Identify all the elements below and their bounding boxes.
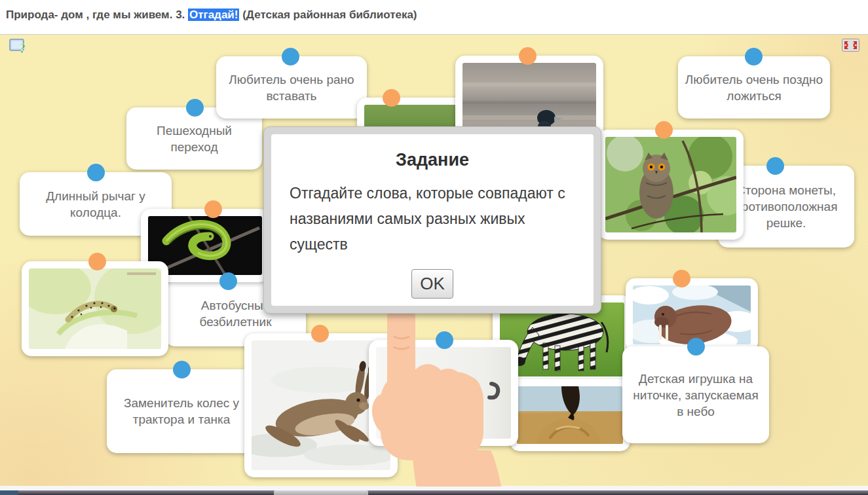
connector-dot-orange[interactable] bbox=[88, 253, 106, 270]
eagle-on-mound-photo bbox=[517, 386, 623, 444]
photo-card-caterpillar[interactable] bbox=[22, 261, 168, 356]
help-icon[interactable]: ? bbox=[9, 39, 29, 56]
connector-dot-orange[interactable] bbox=[519, 47, 537, 65]
connector-dot-blue[interactable] bbox=[766, 157, 784, 175]
dialog-text: Отгадайте слова, которые совпадают с наз… bbox=[290, 181, 575, 257]
taskbar-strip bbox=[0, 490, 868, 495]
fullscreen-icon[interactable] bbox=[842, 39, 859, 52]
taskbar-segment bbox=[274, 490, 368, 495]
clue-card-late-sleeper[interactable]: Любитель очень поздно ложиться bbox=[678, 56, 830, 119]
clue-card-early-riser[interactable]: Любитель очень рано вставать bbox=[216, 56, 367, 119]
taskbar-segment bbox=[0, 490, 18, 495]
page-header: Природа- дом , где мы живем. 3. Отгадай!… bbox=[0, 0, 868, 34]
connector-dot-blue[interactable] bbox=[219, 272, 237, 290]
connector-dot-blue[interactable] bbox=[173, 361, 191, 378]
photo-card-owl[interactable] bbox=[598, 130, 744, 240]
connector-dot-blue[interactable] bbox=[282, 48, 299, 65]
svg-text:?: ? bbox=[19, 41, 26, 56]
title-highlight: Отгадай! bbox=[188, 9, 239, 21]
ok-button[interactable]: OK bbox=[411, 269, 453, 299]
page-title: Природа- дом , где мы живем. 3. Отгадай!… bbox=[6, 9, 417, 22]
owl-photo bbox=[605, 137, 736, 232]
task-dialog: Задание Отгадайте слова, которые совпада… bbox=[263, 126, 601, 314]
connector-dot-orange[interactable] bbox=[383, 89, 400, 107]
clue-card-tracks[interactable]: Заменитель колес у трактора и танка bbox=[107, 369, 256, 453]
dialog-title: Задание bbox=[290, 150, 575, 170]
clue-text: Заменитель колес у трактора и танка bbox=[113, 395, 250, 428]
connector-dot-blue[interactable] bbox=[87, 164, 105, 181]
clue-text: Любитель очень поздно ложиться bbox=[685, 71, 823, 104]
duck-photo bbox=[462, 63, 596, 134]
photo-card-eagle[interactable] bbox=[510, 379, 630, 451]
connector-dot-orange[interactable] bbox=[655, 121, 673, 139]
clue-card-kite-toy[interactable]: Детская игрушка на ниточке, запускаемая … bbox=[622, 346, 769, 443]
connector-dot-orange[interactable] bbox=[204, 200, 222, 218]
clue-text: Пешеходный переход bbox=[133, 122, 255, 155]
connector-dot-blue[interactable] bbox=[745, 48, 763, 65]
clue-text: Любитель очень рано вставать bbox=[223, 71, 360, 104]
connector-dot-orange[interactable] bbox=[673, 270, 690, 287]
title-suffix: (Детская районная библиотека) bbox=[239, 9, 417, 21]
hand-pointer-icon bbox=[369, 299, 508, 486]
walrus-photo bbox=[633, 285, 751, 344]
connector-dot-blue[interactable] bbox=[687, 338, 705, 356]
game-board: ? Пешеходный переход Любитель очень рано… bbox=[0, 34, 868, 486]
task-dialog-body: Задание Отгадайте слова, которые совпада… bbox=[271, 134, 594, 306]
caterpillar-photo bbox=[29, 268, 161, 349]
title-prefix: Природа- дом , где мы живем. 3. bbox=[6, 9, 188, 21]
clue-text: Детская игрушка на ниточке, запускаемая … bbox=[629, 371, 763, 420]
connector-dot-blue[interactable] bbox=[186, 99, 204, 117]
connector-dot-orange[interactable] bbox=[311, 325, 329, 342]
